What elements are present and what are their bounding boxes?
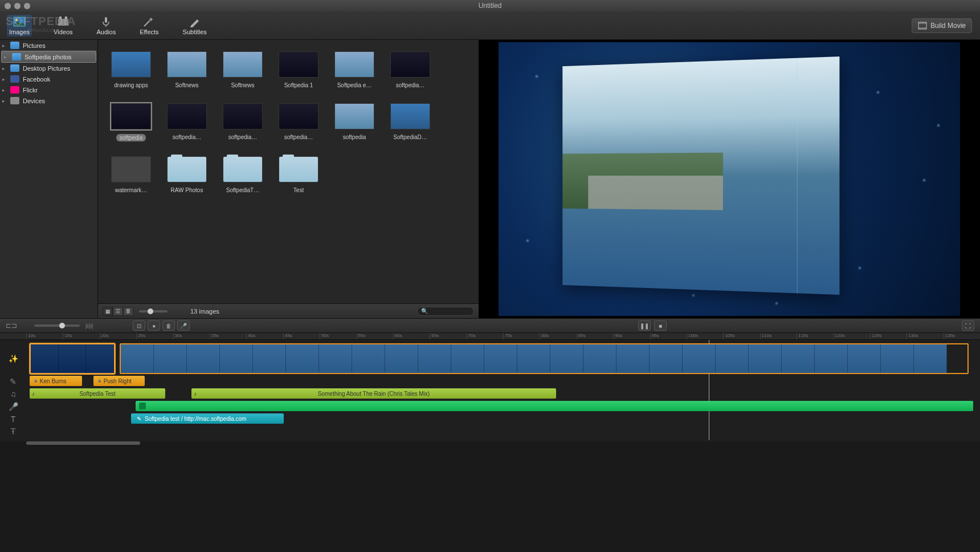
thumbnail-item[interactable]: softpedia… (390, 51, 431, 88)
video-track[interactable]: ✨ (0, 342, 980, 375)
timeline-zoom-slider[interactable] (34, 324, 80, 327)
preview-panel (479, 40, 980, 318)
ruler-tick: 40s (246, 333, 283, 339)
tab-subtitles[interactable]: Subtitles (181, 15, 209, 36)
crop-button[interactable]: ⊡ (133, 320, 145, 331)
audio-track[interactable]: ♫ ♪Softpedia Test ♪Something About The R… (0, 388, 980, 400)
thumbnail-label: Test (293, 187, 304, 193)
fullscreen-button[interactable]: ⛶ (962, 320, 974, 331)
close-window-button[interactable] (5, 3, 11, 9)
window-title: Untitled (479, 2, 502, 10)
thumbnail-grid: drawing appsSoftnewsSoftnewsSoftpedia 1S… (98, 40, 479, 303)
thumbnail-image (334, 51, 374, 78)
thumbnail-item[interactable]: RAW Photos (166, 156, 207, 193)
sidebar-item-flickr[interactable]: ▸Flickr (0, 84, 97, 95)
build-movie-button[interactable]: Build Movie (912, 18, 972, 33)
credits-track-icon: Ŧ (0, 427, 26, 436)
timeline-scrollbar[interactable] (0, 441, 980, 447)
effect-push-right[interactable]: +Push Right (93, 376, 145, 386)
thumbnail-item[interactable]: Test (278, 156, 319, 193)
thumbnail-item[interactable]: Softpedia 1 (278, 51, 319, 88)
subtitles-icon (188, 16, 202, 27)
folder-icon (10, 42, 19, 49)
minimize-window-button[interactable] (14, 3, 21, 9)
ruler-tick: 115s (797, 333, 833, 339)
voiceover-button[interactable]: 🎤 (177, 320, 190, 331)
sidebar-item-label: Desktop Pictures (23, 65, 70, 72)
sidebar-item-devices[interactable]: ▸Devices (0, 95, 97, 106)
traffic-lights (5, 3, 30, 9)
sidebar-item-softpedia-photos[interactable]: ▸Softpedia photos (1, 51, 96, 63)
zoom-scale-icon: |ı|ı| (85, 323, 93, 329)
ruler-tick: 45s (283, 333, 320, 339)
column-view-button[interactable]: ≣ (123, 307, 133, 316)
preview-canvas[interactable] (499, 42, 960, 316)
thumbnail-label: softpedia (343, 134, 366, 140)
text-track[interactable]: T ✎Softpedia test / http://mac.softpedia… (0, 413, 980, 425)
flickr-icon (10, 86, 19, 94)
thumbnail-image (167, 51, 207, 78)
thumbnail-item[interactable]: softpedia… (278, 103, 319, 141)
ruler-tick: 135s (944, 333, 980, 339)
ruler-tick: 70s (467, 333, 503, 339)
text-clip[interactable]: ✎Softpedia test / http://mac.softpedia.c… (131, 413, 284, 424)
record-button[interactable]: ● (148, 320, 160, 331)
text-clip-label: Softpedia test / http://mac.softpedia.co… (145, 416, 246, 422)
zoom-window-button[interactable] (24, 3, 30, 9)
delete-button[interactable]: 🗑 (162, 320, 175, 331)
video-clip-1[interactable] (30, 343, 115, 374)
ruler-tick: 20s (100, 333, 136, 339)
thumbnail-item[interactable]: softpedia (334, 103, 375, 141)
stop-button[interactable]: ■ (654, 320, 667, 331)
build-movie-label: Build Movie (930, 22, 966, 30)
audio-clip-1[interactable]: ♪Softpedia Test (30, 388, 165, 399)
thumbnail-image (223, 51, 263, 78)
thumbnail-item[interactable]: softpedia… (222, 103, 263, 141)
effects-track[interactable]: ✎ +Ken Burns +Push Right (0, 375, 980, 388)
thumbnail-label: watermark… (115, 187, 148, 193)
effect-ken-burns[interactable]: +Ken Burns (30, 376, 82, 386)
thumbnail-label: softpedia… (228, 134, 258, 140)
thumbnail-item[interactable]: Softpedia e… (334, 51, 375, 88)
tab-videos[interactable]: Videos (51, 15, 75, 36)
thumbnail-item[interactable]: softpedia… (166, 103, 207, 141)
thumbnail-image (167, 103, 207, 129)
tab-effects-label: Effects (140, 29, 158, 35)
video-clip-2[interactable] (120, 343, 969, 374)
credits-track[interactable]: Ŧ (0, 425, 980, 438)
thumbnail-image (279, 51, 318, 78)
thumbnail-item[interactable]: SoftpediaD… (390, 103, 431, 141)
tab-images[interactable]: Images (7, 15, 32, 36)
sidebar-item-desktop-pictures[interactable]: ▸Desktop Pictures (0, 63, 97, 74)
videos-icon (56, 16, 70, 27)
thumbnail-item[interactable]: watermark… (111, 156, 152, 193)
search-input[interactable]: 🔍 (417, 307, 474, 316)
audio-clip-2[interactable]: ♪Something About The Rain (Chris Tales M… (191, 388, 556, 399)
list-view-button[interactable]: ☰ (113, 307, 123, 316)
tab-effects[interactable]: Effects (137, 15, 161, 36)
media-tabs: Images Videos Audios Effects Subtitles (7, 15, 209, 36)
thumbnail-item[interactable]: SoftpediaT… (222, 156, 263, 193)
effects-track-icon: ✎ (0, 377, 26, 386)
tab-audios[interactable]: Audios (95, 15, 119, 36)
ruler-tick: 60s (393, 333, 430, 339)
narration-track[interactable]: 🎤 (0, 400, 980, 413)
thumbnail-item[interactable]: Softnews (166, 51, 207, 88)
fit-width-icon[interactable]: ⊏⊐ (6, 322, 17, 330)
thumbnail-item[interactable]: Softnews (222, 51, 263, 88)
thumbnail-item[interactable]: softpedia (111, 103, 152, 141)
playback-controls: ❚❚ ■ (638, 320, 667, 331)
time-ruler[interactable]: 10s15s20s25s30s35s40s45s50s55s60s65s70s7… (0, 333, 980, 340)
grid-view-button[interactable]: ▦ (103, 307, 113, 316)
pause-button[interactable]: ❚❚ (638, 320, 651, 331)
thumbnail-item[interactable]: drawing apps (111, 51, 152, 88)
folder-icon (10, 64, 19, 72)
sidebar-item-facebook[interactable]: ▸Facebook (0, 74, 97, 84)
ruler-tick: 65s (430, 333, 466, 339)
narration-clip[interactable] (136, 401, 973, 411)
search-icon: 🔍 (421, 308, 428, 314)
sidebar-item-pictures[interactable]: ▸Pictures (0, 40, 97, 51)
video-track-icon: ✨ (0, 354, 26, 363)
thumbnail-size-slider[interactable] (139, 310, 168, 312)
tab-audios-label: Audios (97, 29, 116, 35)
